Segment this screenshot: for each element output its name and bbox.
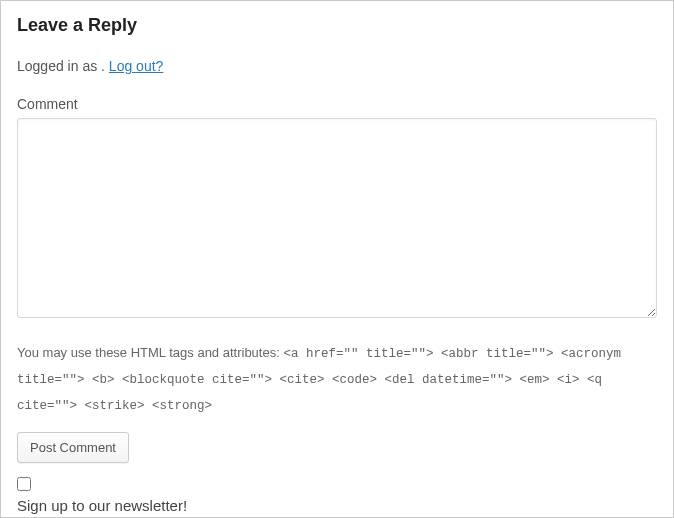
- logged-in-prefix: Logged in as: [17, 58, 101, 74]
- allowed-tags-prefix: You may use these HTML tags and attribut…: [17, 345, 283, 360]
- comment-textarea[interactable]: [17, 118, 657, 318]
- newsletter-signup: Sign up to our newsletter!: [17, 477, 657, 514]
- newsletter-label: Sign up to our newsletter!: [17, 497, 187, 514]
- logged-in-status: Logged in as . Log out?: [17, 58, 657, 74]
- comment-form-container: Leave a Reply Logged in as . Log out? Co…: [0, 0, 674, 518]
- comment-label: Comment: [17, 96, 657, 112]
- newsletter-checkbox[interactable]: [17, 477, 31, 491]
- allowed-tags-note: You may use these HTML tags and attribut…: [17, 341, 657, 418]
- logged-in-separator: .: [101, 58, 109, 74]
- logout-link[interactable]: Log out?: [109, 58, 164, 74]
- reply-title: Leave a Reply: [17, 15, 657, 36]
- post-comment-button[interactable]: Post Comment: [17, 432, 129, 463]
